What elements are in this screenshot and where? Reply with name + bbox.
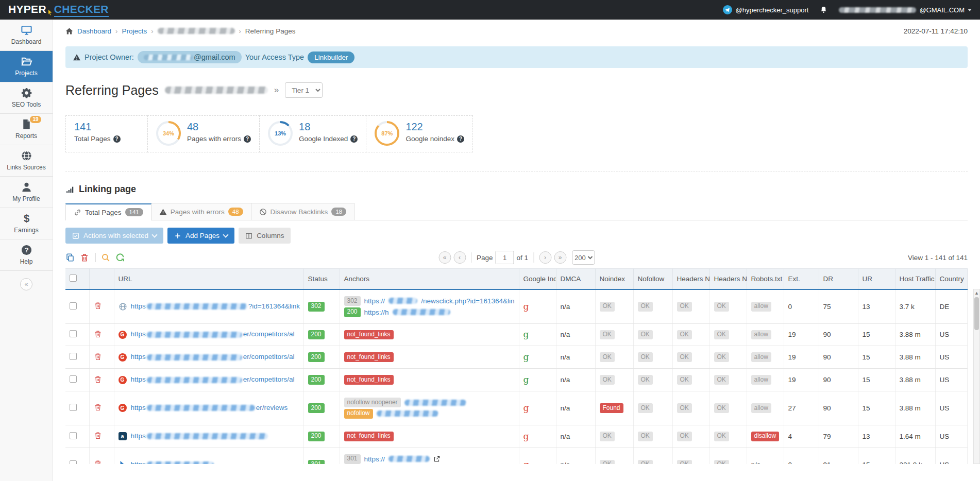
- cell-h1: OK: [672, 425, 709, 448]
- search-icon[interactable]: [101, 253, 110, 262]
- cell-ur-value: 13: [863, 303, 870, 311]
- anchor-link[interactable]: https://: [364, 455, 385, 463]
- sidebar-item-seo-tools[interactable]: SEO Tools: [0, 82, 53, 114]
- cell-noindex: Found: [595, 391, 633, 425]
- cell-ur: 15: [858, 369, 895, 391]
- notifications-bell-icon[interactable]: [820, 6, 827, 14]
- anchor-link-tail[interactable]: /newsclick.php?id=161364&lin: [421, 297, 514, 305]
- cell-country: US: [935, 425, 967, 448]
- cell-h1: OK: [672, 323, 709, 346]
- actions-with-selected-button[interactable]: Actions with selected: [65, 228, 163, 244]
- delete-row-icon[interactable]: [94, 375, 102, 384]
- sidebar-collapse-button[interactable]: «: [20, 278, 32, 290]
- sidebar-item-my-profile[interactable]: My Profile: [0, 177, 53, 208]
- first-page-button[interactable]: «: [438, 251, 451, 264]
- help-question-icon[interactable]: ?: [350, 135, 358, 143]
- tier-select[interactable]: Tier 1: [285, 82, 323, 98]
- row-checkbox[interactable]: [70, 460, 77, 464]
- trash-icon[interactable]: [80, 253, 89, 262]
- access-type-badge[interactable]: Linkbuilder: [308, 51, 354, 63]
- sidebar-item-label: Reports: [15, 132, 37, 140]
- sidebar-item-help[interactable]: ? Help: [0, 239, 53, 271]
- prev-page-button[interactable]: ‹: [453, 251, 466, 264]
- sidebar-item-reports[interactable]: 19 Reports: [0, 114, 53, 145]
- row-checkbox[interactable]: [70, 353, 77, 360]
- breadcrumb-projects[interactable]: Projects: [122, 27, 147, 35]
- table-scrollbar[interactable]: ▲: [973, 289, 980, 464]
- page-number-input[interactable]: [496, 251, 514, 264]
- sidebar-item-projects[interactable]: Projects: [0, 51, 53, 82]
- row-checkbox[interactable]: [70, 404, 77, 411]
- sidebar-item-links-sources[interactable]: Links Sources: [0, 145, 53, 177]
- anchor-link[interactable]: https://: [364, 297, 385, 305]
- tab-disavow-backlinks[interactable]: Disavow Backlinks 18: [251, 203, 355, 220]
- select-all-checkbox[interactable]: [70, 274, 77, 282]
- help-question-icon[interactable]: ?: [244, 135, 251, 143]
- anchor-line: not_found_links: [344, 352, 515, 362]
- svg-text:$: $: [23, 213, 29, 224]
- page-url[interactable]: https: [131, 302, 146, 310]
- account-menu[interactable]: @GMAIL.COM: [839, 6, 972, 14]
- breadcrumb-separator: ›: [239, 27, 241, 35]
- columns-button[interactable]: Columns: [239, 228, 291, 244]
- delete-row-icon[interactable]: [94, 459, 102, 464]
- cell-dmca-value: n/a: [561, 353, 570, 361]
- cell-ur: 13: [858, 425, 895, 448]
- home-icon[interactable]: [65, 27, 73, 35]
- cell-h2: OK: [709, 369, 747, 391]
- sidebar-item-earnings[interactable]: $ Earnings: [0, 208, 53, 239]
- delete-row-icon[interactable]: [94, 352, 102, 361]
- page-url-tail[interactable]: ?id=161364&link: [248, 302, 300, 310]
- sidebar-item-dashboard[interactable]: Dashboard: [0, 20, 53, 51]
- next-page-button[interactable]: ›: [539, 251, 551, 264]
- refresh-icon[interactable]: [115, 253, 125, 262]
- delete-row-icon[interactable]: [94, 330, 102, 338]
- tab-total-pages[interactable]: Total Pages 141: [65, 203, 151, 220]
- external-link-icon[interactable]: [433, 455, 441, 462]
- add-pages-button[interactable]: Add Pages: [167, 228, 234, 244]
- last-page-button[interactable]: »: [554, 251, 566, 264]
- copy-icon[interactable]: [65, 253, 75, 262]
- support-link[interactable]: @hyperchecker_support: [723, 5, 809, 14]
- anchor-badge: not_found_links: [344, 352, 394, 362]
- anchor-link[interactable]: https://h: [364, 308, 389, 316]
- breadcrumb-dashboard[interactable]: Dashboard: [77, 27, 111, 35]
- page-url-tail[interactable]: er/competitors/al: [243, 375, 295, 383]
- stat-donut: 87%: [375, 121, 399, 146]
- cell-traffic-value: 3.7 k: [900, 303, 915, 311]
- page-url[interactable]: https: [131, 353, 146, 360]
- help-question-icon[interactable]: ?: [113, 135, 121, 143]
- row-checkbox[interactable]: [70, 330, 77, 337]
- cell-ext-value: 27: [788, 404, 796, 412]
- app-logo[interactable]: HYPER CHECKER: [8, 3, 109, 17]
- cell-h1: OK: [672, 391, 709, 425]
- page-url[interactable]: https: [131, 460, 146, 464]
- page-url[interactable]: https: [131, 375, 146, 383]
- tab-pages-with-errors[interactable]: Pages with errors 48: [151, 203, 251, 220]
- page-url-tail[interactable]: er/competitors/al: [243, 353, 295, 360]
- help-question-icon[interactable]: ?: [457, 135, 464, 143]
- cell-ur-value: 15: [863, 376, 870, 384]
- delete-row-icon[interactable]: [94, 301, 102, 310]
- per-page-select[interactable]: 200: [572, 250, 595, 265]
- page-url-tail[interactable]: er/reviews: [256, 404, 288, 411]
- anchor-badge: 302: [344, 296, 361, 306]
- scroll-up-icon[interactable]: ▲: [974, 289, 979, 297]
- page-url[interactable]: https: [131, 404, 146, 411]
- row-checkbox[interactable]: [70, 302, 77, 310]
- question-icon: ?: [21, 244, 32, 256]
- page-url[interactable]: https: [131, 432, 146, 440]
- google-index-red-icon: g: [523, 459, 529, 464]
- delete-row-icon[interactable]: [94, 403, 102, 411]
- row-checkbox[interactable]: [70, 432, 77, 439]
- cell-traffic-value: 1.64 m: [900, 433, 921, 440]
- delete-row-icon[interactable]: [94, 431, 102, 440]
- stat-label: Google Indexed: [299, 135, 348, 143]
- cursor-favicon: [119, 460, 127, 464]
- scrollbar-thumb[interactable]: [974, 297, 979, 330]
- page-url[interactable]: https: [131, 331, 146, 338]
- table-row: https 301 301https://200https:/// g n/a …: [65, 448, 967, 464]
- row-checkbox[interactable]: [70, 375, 77, 383]
- page-url-tail[interactable]: er/competitors/al: [243, 331, 295, 338]
- cell-ext: 27: [784, 391, 819, 425]
